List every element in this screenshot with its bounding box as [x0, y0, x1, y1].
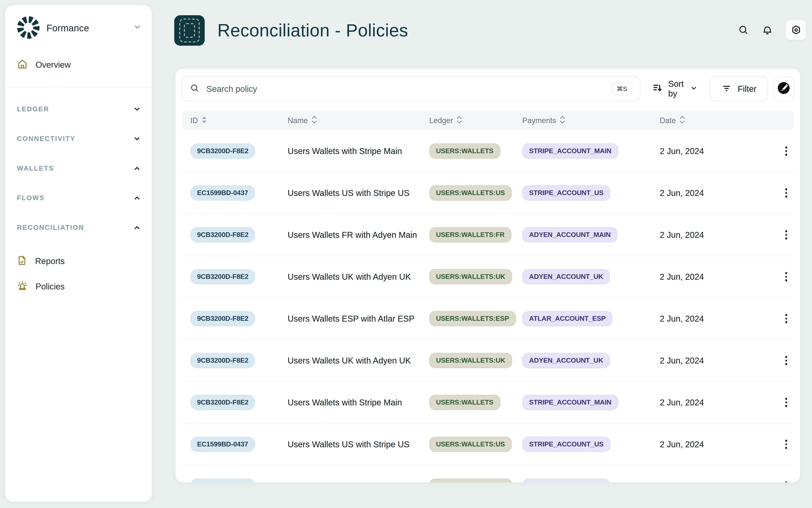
page-header: Reconciliation - Policies: [174, 15, 408, 46]
table-row[interactable]: 9CB3200D-F8E2 Users Wallets UK with Adye…: [182, 256, 794, 297]
table-row[interactable]: EC1599BD-0437 Users Wallets US with Stri…: [182, 423, 794, 465]
sidebar: Formance Overview LEDGER: [5, 5, 152, 502]
ledger-badge: USERS:WALLETS:UK: [429, 269, 512, 284]
column-header-date[interactable]: Date: [660, 115, 778, 126]
sidebar-item-policies[interactable]: Policies: [5, 274, 152, 299]
policy-id-badge: 9CB3200D-F8E2: [190, 311, 255, 326]
row-menu-kebab-icon[interactable]: [778, 308, 794, 329]
toolbar: ⌘S Sort by Filter: [176, 69, 800, 101]
ledger-badge: USERS:WALLETS:ESP: [429, 311, 516, 326]
policy-date: 2 Jun, 2024: [660, 272, 778, 282]
payments-badge: ATLAR_ACCOUNT_ESP: [522, 311, 613, 326]
sidebar-section-label: FLOWS: [17, 194, 45, 202]
column-header-ledger[interactable]: Ledger: [429, 115, 522, 126]
table-row[interactable]: 9CB3200D-F8E2 Users Wallets ESP with Atl…: [182, 297, 794, 339]
policy-date: 2 Jun, 2024: [660, 146, 778, 156]
sidebar-item-label: Reports: [35, 256, 65, 266]
bell-icon[interactable]: [762, 24, 773, 36]
chevron-down-icon[interactable]: [133, 23, 142, 33]
policy-id-badge: EC1599BD-0437: [190, 185, 255, 201]
payments-badge: STRIPE_ACCOUNT_MAIN: [522, 395, 618, 410]
row-menu-kebab-icon[interactable]: [778, 392, 794, 413]
reconciliation-children: Reports Policies: [5, 243, 152, 299]
chevron-toggle-icon[interactable]: [133, 105, 141, 113]
siren-icon: [17, 280, 28, 293]
sidebar-section-flows[interactable]: FLOWS: [5, 183, 152, 213]
column-header-id[interactable]: ID: [190, 115, 287, 126]
chevron-toggle-icon[interactable]: [133, 194, 141, 202]
ledger-badge: USERS:WALLETS:UK: [429, 478, 512, 482]
table-row[interactable]: 9CB3200D-F8E2 Users Wallets with Stripe …: [182, 130, 794, 172]
payments-badge: STRIPE_ACCOUNT_US: [522, 185, 610, 201]
sort-chevrons-icon: [456, 115, 462, 126]
search-icon[interactable]: [738, 25, 749, 36]
sidebar-section-label: LEDGER: [17, 105, 49, 113]
create-policy-button[interactable]: [774, 76, 794, 101]
sort-by-button[interactable]: Sort by: [652, 79, 697, 98]
row-menu-kebab-icon[interactable]: [778, 434, 794, 455]
policy-name: Users Wallets US with Stripe US: [287, 439, 429, 449]
table-row[interactable]: 9CB3200D-F8E2 Users Wallets UK with Adye…: [182, 339, 794, 381]
table-row[interactable]: 9CB3200D-F8E2 Users Wallets FR with Adye…: [182, 214, 794, 256]
brand-name: Formance: [47, 23, 89, 34]
policy-name: Users Wallets with Stripe Main: [287, 146, 429, 156]
policy-date: 2 Jun, 2024: [660, 481, 778, 482]
policy-name: Users Wallets ESP with Atlar ESP: [287, 314, 429, 324]
sidebar-section-wallets[interactable]: WALLETS: [5, 154, 152, 183]
sidebar-item-label: Overview: [36, 60, 71, 70]
policy-id-badge: 9CB3200D-F8E2: [190, 478, 255, 482]
search-box[interactable]: ⌘S: [182, 76, 640, 101]
policy-name: Users Wallets US with Stripe US: [287, 188, 429, 198]
chevron-down-icon: [690, 84, 697, 93]
policy-date: 2 Jun, 2024: [660, 314, 778, 324]
home-icon: [17, 58, 28, 71]
sidebar-section-reconciliation[interactable]: RECONCILIATION: [5, 213, 152, 243]
policy-name: Users Wallets with Stripe Main: [287, 397, 429, 407]
reconciliation-app-icon: [174, 15, 205, 46]
ledger-badge: USERS:WALLETS:US: [429, 437, 512, 452]
policy-name: Users Wallets UK with Adyen UK: [287, 356, 429, 366]
filter-icon: [722, 83, 732, 95]
table-row[interactable]: 9CB3200D-F8E2 Users Wallets UK with Adye…: [182, 465, 794, 482]
sidebar-section-ledger[interactable]: LEDGER: [5, 94, 152, 124]
row-menu-kebab-icon[interactable]: [778, 183, 794, 203]
search-input[interactable]: [206, 84, 605, 94]
policies-table: ID Name Ledger: [182, 111, 794, 482]
formance-logo-icon: [17, 16, 40, 41]
table-row[interactable]: 9CB3200D-F8E2 Users Wallets with Stripe …: [182, 381, 794, 423]
search-icon: [190, 83, 199, 94]
column-header-payments[interactable]: Payments: [522, 115, 660, 126]
payments-badge: ADYEN_ACCOUNT_UK: [522, 353, 610, 368]
payments-badge: ADYEN_ACCOUNT_UK: [522, 269, 610, 284]
sort-arrows-filled-icon: [201, 115, 207, 126]
row-menu-kebab-icon[interactable]: [778, 225, 794, 245]
brand[interactable]: Formance: [5, 5, 152, 41]
policy-id-badge: 9CB3200D-F8E2: [190, 353, 255, 368]
chevron-toggle-icon[interactable]: [133, 165, 141, 172]
sidebar-item-label: Policies: [36, 282, 65, 291]
policy-name: Users Wallets UK with Adyen UK: [287, 272, 429, 282]
payments-badge: ADYEN_ACCOUNT_MAIN: [522, 227, 618, 243]
row-menu-kebab-icon[interactable]: [778, 266, 794, 287]
sidebar-item-reports[interactable]: Reports: [5, 248, 152, 274]
policy-date: 2 Jun, 2024: [660, 188, 778, 198]
filter-button[interactable]: Filter: [710, 76, 768, 101]
sort-chevrons-icon: [679, 115, 685, 126]
sort-by-label: Sort by: [668, 79, 685, 98]
keyboard-shortcut-badge: ⌘S: [612, 83, 632, 95]
sidebar-sections: LEDGER CONNECTIVITY WALLETS: [5, 88, 152, 243]
sidebar-item-overview[interactable]: Overview: [5, 54, 152, 75]
row-menu-kebab-icon[interactable]: [778, 141, 794, 161]
policy-name: Users Wallets UK with Adyen UK: [287, 481, 429, 482]
policy-id-badge: 9CB3200D-F8E2: [190, 269, 255, 284]
column-header-name[interactable]: Name: [287, 115, 429, 126]
row-menu-kebab-icon[interactable]: [778, 350, 794, 371]
policy-date: 2 Jun, 2024: [660, 439, 778, 449]
sidebar-section-connectivity[interactable]: CONNECTIVITY: [5, 124, 152, 154]
chevron-toggle-icon[interactable]: [133, 135, 141, 142]
policy-id-badge: 9CB3200D-F8E2: [190, 227, 255, 243]
table-row[interactable]: EC1599BD-0437 Users Wallets US with Stri…: [182, 172, 794, 214]
row-menu-kebab-icon[interactable]: [778, 476, 794, 482]
chevron-toggle-icon[interactable]: [133, 224, 141, 231]
settings-gear-icon[interactable]: [786, 20, 806, 40]
